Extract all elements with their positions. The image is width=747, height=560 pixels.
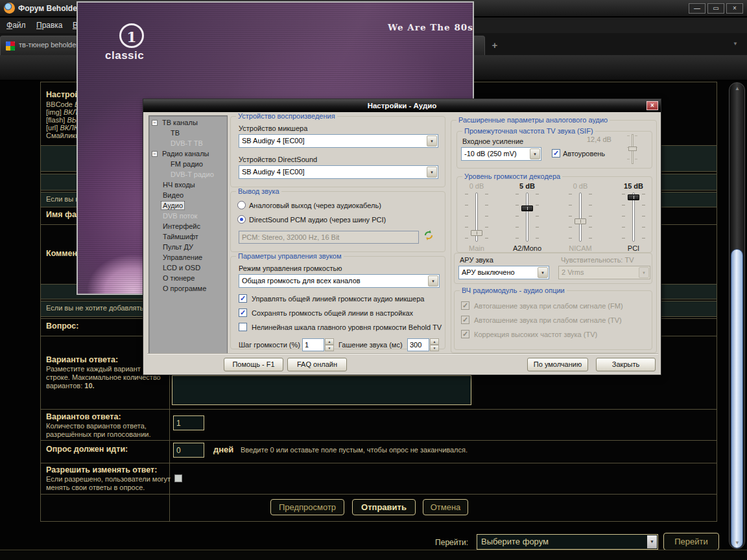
menu-file[interactable]: Файл — [6, 21, 26, 30]
tree-item-about-program[interactable]: О программе — [149, 284, 227, 294]
group-title: Вывод звука — [236, 187, 281, 195]
divider — [41, 463, 717, 463]
video-overlay-text: We Are The 80s — [388, 22, 473, 32]
agc-select[interactable]: АРУ выключено▼ — [458, 266, 549, 279]
dialog-close-button[interactable]: × — [646, 101, 658, 110]
help-button[interactable]: Помощь - F1 — [224, 358, 283, 371]
jump-label: Перейти: — [415, 538, 468, 547]
settings-tree: −ТВ каналы ТВ DVB-T ТВ −Радио каналы FM … — [148, 115, 228, 354]
tree-item-tv[interactable]: ТВ — [149, 128, 227, 139]
firefox-icon — [4, 3, 15, 14]
slider-main: 0 dB Main — [457, 182, 496, 259]
tree-item-fm-radio[interactable]: FM радио — [149, 159, 227, 170]
preview-button[interactable]: Предпросмотр — [270, 499, 344, 515]
tree-item-lf-inputs[interactable]: НЧ входы — [149, 180, 227, 191]
group-title: Уровень громкости декодера — [462, 172, 562, 180]
tab-list-arrow-icon[interactable]: ▼ — [733, 41, 738, 47]
mute-delay-spinner[interactable]: ▲▼ — [430, 338, 439, 351]
sensitivity-label: Чувствительность: TV — [561, 256, 634, 264]
allow-checkbox[interactable] — [174, 474, 182, 482]
fm-mute-checkbox — [461, 301, 469, 310]
volume-step-input[interactable]: 1 — [302, 338, 324, 351]
divider — [41, 440, 717, 441]
tree-item-radio-channels[interactable]: −Радио каналы — [149, 149, 227, 159]
tree-item-timeshift[interactable]: Таймшифт — [149, 232, 227, 242]
analog-output-radio[interactable] — [237, 201, 246, 209]
tree-item-audio[interactable]: Аудио — [149, 201, 227, 211]
volume-step-spinner[interactable]: ▲▼ — [325, 338, 334, 351]
submit-button[interactable]: Отправить — [352, 499, 416, 515]
chevron-down-icon[interactable]: ▼ — [538, 267, 548, 278]
directsound-device-select[interactable]: SB Audigy 4 [EC00]▼ — [239, 165, 438, 179]
mixer-label: Устройство микшера — [239, 124, 307, 132]
mixer-line-checkbox[interactable] — [239, 294, 247, 303]
restore-button[interactable]: ▭ — [707, 3, 724, 14]
duration-desc: Введите 0 или оставьте поле пустым, чтоб… — [241, 446, 468, 454]
tree-item-control[interactable]: Управление — [149, 253, 227, 263]
pcm-output-radio[interactable] — [237, 215, 246, 224]
vh1-logo-icon: 1 — [119, 23, 144, 48]
google-favicon — [6, 41, 15, 51]
options-textarea[interactable] — [172, 375, 471, 405]
volume-control-group: Параметры управления звуком Режим управл… — [230, 256, 445, 349]
collapse-icon[interactable]: − — [152, 151, 158, 157]
spin-down-icon: ▼ — [325, 345, 334, 351]
scroll-up-icon[interactable]: ▲ — [735, 86, 740, 91]
scroll-down-icon[interactable]: ▼ — [735, 540, 740, 546]
chevron-down-icon: ▼ — [639, 267, 649, 278]
mixer-device-select[interactable]: SB Audigy 4 [EC00]▼ — [239, 134, 438, 148]
tv-mute-checkbox — [461, 316, 469, 324]
cancel-button[interactable]: Отмена — [423, 499, 468, 515]
tab-label: тв-тюнер beholder — [19, 41, 78, 49]
autolevel-checkbox[interactable] — [552, 149, 560, 158]
chevron-down-icon[interactable]: ▼ — [647, 535, 657, 548]
chevron-down-icon[interactable]: ▼ — [427, 167, 437, 178]
count-desc: Количество вариантов ответа, — [46, 422, 147, 430]
refresh-format-icon[interactable] — [423, 229, 434, 244]
input-gain-select[interactable]: -10 dB (250 mV)▼ — [461, 147, 541, 161]
chevron-down-icon[interactable]: ▼ — [428, 275, 438, 286]
chevron-down-icon[interactable]: ▼ — [530, 148, 540, 159]
slider-thumb — [628, 146, 637, 151]
close-dialog-button[interactable]: Закрыть — [596, 358, 656, 371]
forum-select[interactable]: Выберите форум ▼ — [477, 534, 658, 550]
duration-input[interactable] — [173, 443, 204, 458]
tree-item-tv-channels[interactable]: −ТВ каналы — [149, 118, 227, 128]
new-tab-button[interactable]: + — [489, 40, 501, 51]
slider-a2mono[interactable]: 5 dB A2/Mono — [508, 182, 547, 259]
slider-thumb[interactable] — [521, 205, 533, 211]
page-scrollbar[interactable]: ▲ ▼ — [729, 82, 745, 549]
volume-mode-select[interactable]: Общая громкость для всех каналов▼ — [239, 274, 440, 288]
sif-level-value: 12,4 dB — [587, 135, 611, 143]
scrollbar-thumb[interactable] — [731, 249, 743, 548]
mute-delay-label: Гашение звука (мс) — [338, 341, 403, 349]
tree-item-lcd-osd[interactable]: LCD и OSD — [149, 263, 227, 274]
divider — [41, 409, 717, 410]
hf-correction-label: Коррекция высоких частот звука (TV) — [474, 331, 597, 338]
slider-thumb[interactable] — [628, 194, 639, 200]
collapse-icon[interactable]: − — [152, 120, 158, 126]
minimize-button[interactable]: — — [689, 3, 706, 14]
nonlinear-scale-checkbox[interactable] — [239, 323, 247, 331]
tree-item-video[interactable]: Видео — [149, 191, 227, 201]
mute-delay-input[interactable]: 300 — [407, 338, 429, 351]
tree-item-about-tuner[interactable]: О тюнере — [149, 274, 227, 284]
tree-item-remote[interactable]: Пульт ДУ — [149, 242, 227, 253]
close-button[interactable]: × — [726, 3, 743, 14]
allow-heading: Разрешить изменять ответ: — [46, 465, 157, 474]
defaults-button[interactable]: По умолчанию — [527, 358, 588, 371]
jump-button[interactable]: Перейти — [663, 533, 719, 550]
count-input[interactable] — [173, 415, 204, 430]
dialog-titlebar: Настройки - Аудио — [143, 99, 661, 112]
menu-edit[interactable]: Правка — [36, 21, 63, 30]
save-volume-checkbox[interactable] — [239, 309, 247, 317]
volume-mode-label: Режим управления громкостью — [239, 264, 342, 272]
slider-pci[interactable]: 15 dB PCI — [614, 182, 653, 259]
forum-select-value: Выберите форум — [481, 537, 549, 546]
spin-down-icon: ▼ — [430, 345, 439, 351]
window-title: Форум Beholder — [18, 4, 80, 13]
faq-button[interactable]: FAQ онлайн — [287, 358, 347, 371]
tree-item-interface[interactable]: Интерфейс — [149, 222, 227, 232]
fm-mute-label: Автогашение звука при слабом сигнале (FM… — [474, 302, 623, 310]
chevron-down-icon[interactable]: ▼ — [427, 135, 437, 146]
